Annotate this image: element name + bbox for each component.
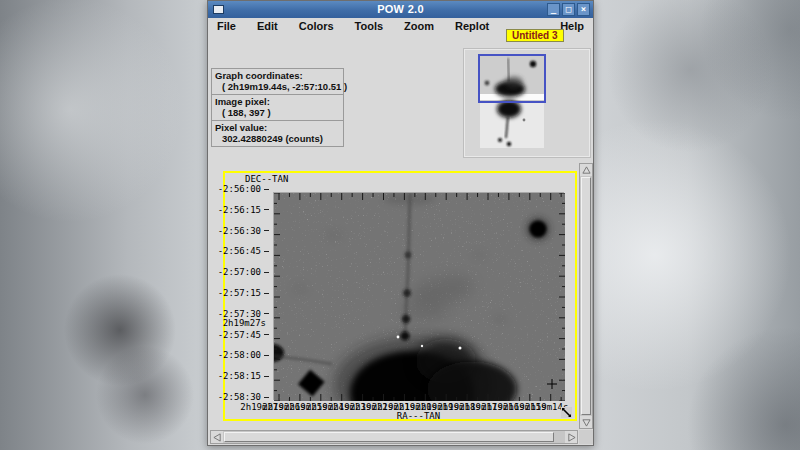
thumbnail-image[interactable] — [480, 56, 544, 148]
menu-replot[interactable]: Replot — [455, 20, 489, 32]
image-pixel-label: Image pixel: — [215, 96, 340, 107]
pow-window: POW 2.0 _ □ × FileEditColorsToolsZoomRep… — [207, 0, 594, 446]
horizontal-scroll-thumb[interactable] — [224, 432, 554, 442]
image-pixel-value: ( 188, 397 ) — [215, 107, 340, 118]
vertical-scroll-thumb[interactable] — [581, 177, 591, 415]
y-axis-title: DEC--TAN — [245, 174, 288, 184]
horizontal-scrollbar[interactable] — [210, 430, 578, 444]
dec-tick-label: -2:57:00 — [209, 267, 269, 277]
menu-zoom[interactable]: Zoom — [404, 20, 434, 32]
menu-colors[interactable]: Colors — [299, 20, 334, 32]
dec-tick-label: -2:56:15 — [209, 205, 269, 215]
dec-tick-label: -2:58:30 — [209, 392, 269, 402]
pixel-value-box: Pixel value: 302.42880249 (counts) — [211, 120, 344, 147]
thumbnail-view-selection[interactable] — [478, 54, 546, 103]
x-axis-title: RA---TAN — [273, 411, 564, 421]
scroll-right-icon[interactable] — [565, 431, 577, 443]
scroll-down-icon[interactable] — [580, 416, 592, 428]
dec-tick-label: -2:56:00 — [209, 184, 269, 194]
image-pixel-box: Image pixel: ( 188, 397 ) — [211, 94, 344, 121]
minimize-icon[interactable]: _ — [547, 3, 560, 16]
pixel-value-value: 302.42880249 (counts) — [215, 133, 340, 144]
dec-tick-label: -2:57:15 — [209, 288, 269, 298]
menu-tools[interactable]: Tools — [355, 20, 384, 32]
graph-tab-untitled3[interactable]: Untitled 3 — [506, 29, 564, 42]
graph-frame-selected[interactable]: DEC--TAN -2:56:00-2:56:15-2:56:30-2:56:4… — [223, 171, 577, 421]
close-icon[interactable]: × — [577, 3, 590, 16]
thumbnail-panel — [463, 48, 591, 158]
dec-tick-label: -2:56:45 — [209, 246, 269, 256]
dec-tick-label: -2:58:00 — [209, 350, 269, 360]
scrollbar-corner — [579, 430, 593, 444]
dec-tick-label: -2:58:15 — [209, 371, 269, 381]
scroll-left-icon[interactable] — [211, 431, 223, 443]
window-title: POW 2.0 — [208, 1, 593, 18]
menu-edit[interactable]: Edit — [257, 20, 278, 32]
graph-coordinates-label: Graph coordinates: — [215, 70, 340, 81]
scroll-up-icon[interactable] — [580, 164, 592, 176]
dec-tick-label: -2:56:30 — [209, 226, 269, 236]
dec-tick-label: -2:57:45 — [209, 330, 269, 340]
menu-help[interactable]: Help — [560, 20, 584, 32]
info-panel: Graph coordinates: ( 2h19m19.44s, -2:57:… — [211, 69, 344, 147]
pixel-value-label: Pixel value: — [215, 122, 340, 133]
vertical-scrollbar[interactable] — [579, 163, 593, 429]
stray-ra-label: 2h19m27s — [223, 318, 266, 328]
maximize-icon[interactable]: □ — [562, 3, 575, 16]
astronomy-image[interactable] — [273, 192, 564, 400]
graph-coordinates-value: ( 2h19m19.44s, -2:57:10.51 ) — [215, 81, 340, 92]
plot-canvas[interactable]: DEC--TAN -2:56:00-2:56:15-2:56:30-2:56:4… — [210, 163, 579, 429]
graph-coordinates-box: Graph coordinates: ( 2h19m19.44s, -2:57:… — [211, 68, 344, 95]
menu-file[interactable]: File — [217, 20, 236, 32]
plot-resize-handle[interactable] — [561, 407, 572, 418]
titlebar[interactable]: POW 2.0 _ □ × — [208, 1, 593, 18]
